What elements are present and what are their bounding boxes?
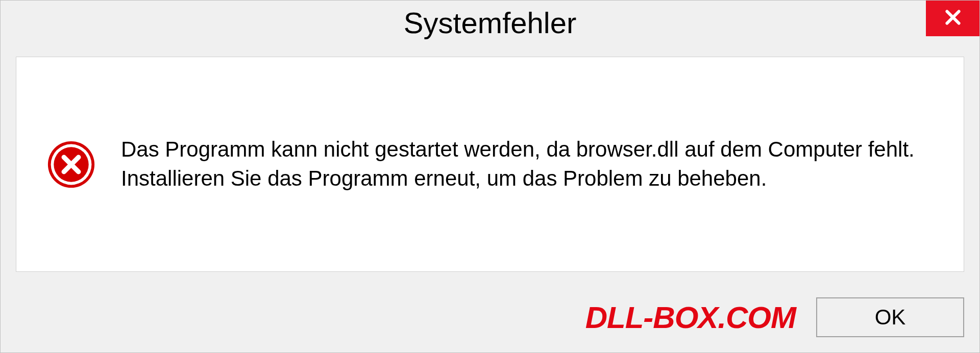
footer: DLL-BOX.COM OK (1, 287, 979, 352)
close-button[interactable] (926, 1, 979, 36)
error-message: Das Programm kann nicht gestartet werden… (121, 135, 933, 193)
close-icon (943, 7, 963, 30)
dialog-title: Systemfehler (404, 6, 576, 40)
error-icon (47, 140, 95, 189)
ok-button[interactable]: OK (816, 297, 964, 337)
content-area: Das Programm kann nicht gestartet werden… (16, 57, 964, 272)
error-dialog: Systemfehler Das Programm kann nicht ges… (0, 0, 980, 353)
titlebar: Systemfehler (1, 1, 979, 46)
watermark-text: DLL-BOX.COM (585, 300, 796, 335)
